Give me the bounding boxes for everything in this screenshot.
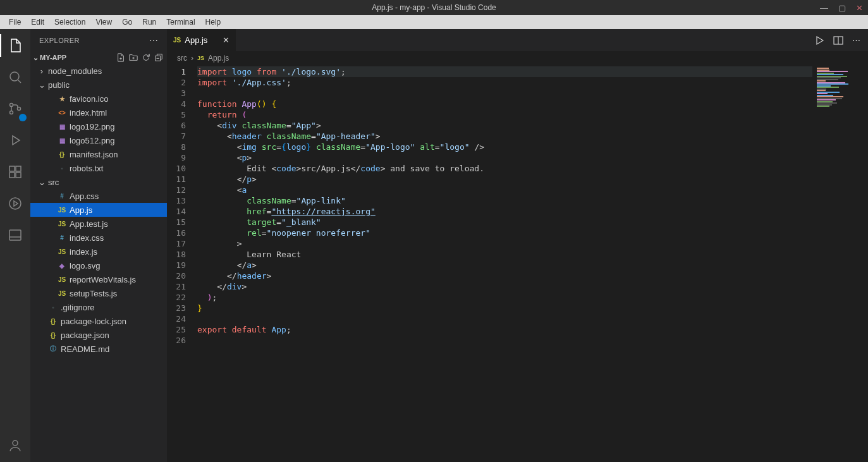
file-manifest-json[interactable]: {}manifest.json (30, 147, 167, 161)
tree-label: .gitignore (61, 303, 94, 312)
menu-edit[interactable]: Edit (26, 16, 49, 28)
window-title: App.js - my-app - Visual Studio Code (372, 3, 496, 12)
line-gutter: 1234567891011121314151617181920212223242… (167, 65, 197, 462)
extensions-icon[interactable] (0, 161, 30, 183)
search-icon[interactable] (0, 66, 30, 88)
svg-point-10 (13, 441, 18, 446)
file-setupTests-js[interactable]: JSsetupTests.js (30, 286, 167, 300)
file-index-html[interactable]: <>index.html (30, 106, 167, 119)
svg-rect-5 (16, 166, 21, 171)
tree-label: App.js (70, 205, 92, 215)
file-tree: ›node_modules⌄public★favicon.ico<>index.… (30, 64, 167, 462)
md-icon: ⓘ (48, 344, 58, 353)
tree-label: logo192.png (70, 122, 115, 131)
folder-src[interactable]: ⌄src (30, 175, 167, 189)
file-README-md[interactable]: ⓘREADME.md (30, 342, 167, 356)
svg-point-1 (10, 104, 13, 107)
svg-point-3 (18, 107, 21, 111)
file-logo512-png[interactable]: ▦logo512.png (30, 133, 167, 147)
menu-file[interactable]: File (4, 16, 26, 28)
file-package-json[interactable]: {}package.json (30, 328, 167, 342)
js-icon: JS (173, 37, 181, 44)
run-debug-icon[interactable] (0, 129, 30, 152)
tree-label: package.json (61, 331, 109, 340)
project-header[interactable]: ⌄ MY-APP (30, 51, 167, 64)
fav-icon: ★ (57, 95, 67, 102)
file-logo192-png[interactable]: ▦logo192.png (30, 119, 167, 133)
sidebar-header: EXPLORER ⋯ (30, 29, 167, 51)
breadcrumb-folder[interactable]: src (177, 54, 187, 63)
js-icon: JS (57, 221, 67, 228)
refresh-icon[interactable] (142, 53, 150, 62)
tree-label: node_modules (48, 66, 102, 76)
activity-bar (0, 29, 30, 462)
svg-rect-7 (16, 173, 21, 178)
file-App-test-js[interactable]: JSApp.test.js (30, 217, 167, 231)
js-icon: JS (57, 248, 67, 255)
file-robots-txt[interactable]: ◦robots.txt (30, 161, 167, 175)
more-actions-icon[interactable]: ⋯ (852, 35, 860, 45)
scm-badge (19, 114, 27, 121)
code-editor[interactable]: 1234567891011121314151617181920212223242… (167, 65, 868, 462)
menu-view[interactable]: View (90, 16, 117, 28)
tab-bar: JS App.js ✕ ⋯ (167, 29, 868, 51)
new-file-icon[interactable] (116, 53, 125, 62)
new-folder-icon[interactable] (129, 53, 138, 62)
explorer-more-icon[interactable]: ⋯ (149, 35, 159, 46)
file-App-js[interactable]: JSApp.js (30, 203, 167, 217)
txt-icon: ◦ (57, 165, 67, 172)
css-icon: # (57, 193, 67, 200)
breadcrumbs[interactable]: src › JS App.js (167, 51, 868, 65)
minimap[interactable] (812, 65, 868, 462)
split-editor-icon[interactable] (833, 35, 843, 46)
titlebar: App.js - my-app - Visual Studio Code — ▢… (0, 0, 868, 15)
sidebar: EXPLORER ⋯ ⌄ MY-APP ›node_modules⌄public… (30, 29, 167, 462)
tree-label: manifest.json (70, 150, 118, 159)
file-index-css[interactable]: #index.css (30, 231, 167, 245)
panel-icon[interactable] (0, 224, 30, 246)
svg-icon: ◆ (57, 262, 67, 269)
tree-label: src (48, 178, 59, 187)
close-window-icon[interactable]: ⨯ (856, 3, 863, 13)
collapse-all-icon[interactable] (154, 53, 163, 62)
file--gitignore[interactable]: ◦.gitignore (30, 300, 167, 314)
tree-label: logo.svg (70, 261, 100, 271)
tree-label: index.js (70, 247, 97, 257)
tab-close-icon[interactable]: ✕ (223, 35, 229, 45)
tab-app-js[interactable]: JS App.js ✕ (167, 29, 236, 51)
window-controls: — ▢ ⨯ (820, 3, 863, 13)
breadcrumb-file[interactable]: App.js (208, 54, 229, 63)
maximize-icon[interactable]: ▢ (838, 3, 846, 13)
explorer-title: EXPLORER (39, 37, 80, 44)
project-name: MY-APP (40, 54, 66, 61)
run-icon[interactable] (0, 192, 30, 215)
file-reportWebVitals-js[interactable]: JSreportWebVitals.js (30, 272, 167, 286)
css-icon: # (57, 234, 67, 241)
tree-label: reportWebVitals.js (70, 275, 136, 284)
file-package-lock-json[interactable]: {}package-lock.json (30, 314, 167, 328)
folder-public[interactable]: ⌄public (30, 78, 167, 92)
run-file-icon[interactable] (814, 35, 824, 46)
source-control-icon[interactable] (0, 97, 30, 120)
explorer-icon[interactable] (0, 34, 30, 57)
chevron-down-icon: ⌄ (38, 178, 46, 187)
file-App-css[interactable]: #App.css (30, 189, 167, 203)
minimize-icon[interactable]: — (820, 3, 828, 13)
file-logo-svg[interactable]: ◆logo.svg (30, 258, 167, 272)
menu-selection[interactable]: Selection (49, 16, 90, 28)
chevron-right-icon: › (191, 54, 193, 63)
menu-run[interactable]: Run (137, 16, 161, 28)
menu-help[interactable]: Help (200, 16, 226, 28)
accounts-icon[interactable] (0, 434, 30, 457)
menu-terminal[interactable]: Terminal (161, 16, 200, 28)
tree-label: logo512.png (70, 136, 115, 145)
code-content[interactable]: import logo from './logo.svg';import './… (197, 65, 812, 462)
json-icon: {} (48, 332, 58, 339)
file-index-js[interactable]: JSindex.js (30, 245, 167, 258)
svg-point-8 (9, 198, 21, 209)
file-favicon-ico[interactable]: ★favicon.ico (30, 92, 167, 106)
menu-go[interactable]: Go (117, 16, 137, 28)
js-icon: JS (57, 290, 67, 297)
json-icon: {} (48, 318, 58, 325)
folder-node_modules[interactable]: ›node_modules (30, 64, 167, 78)
